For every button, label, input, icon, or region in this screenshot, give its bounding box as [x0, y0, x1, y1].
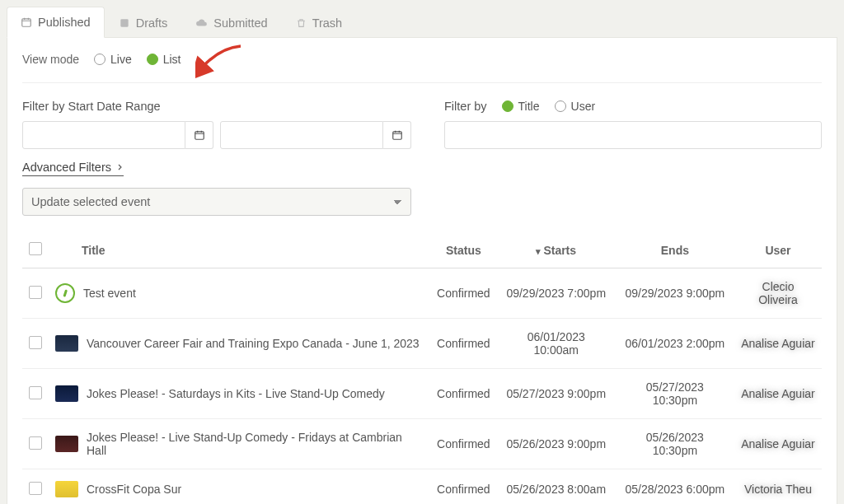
bulk-action-select[interactable]: Update selected event	[22, 188, 411, 216]
event-status: Confirmed	[430, 268, 497, 319]
event-status: Confirmed	[430, 369, 497, 419]
event-user: Analise Aguiar	[734, 419, 822, 469]
date-range-label: Filter by Start Date Range	[22, 100, 411, 113]
radio-label: Title	[518, 100, 540, 113]
table-row[interactable]: Jokes Please! - Saturdays in Kits - Live…	[22, 369, 822, 419]
event-starts: 05/27/2023 9:00pm	[497, 369, 616, 419]
col-status[interactable]: Status	[430, 232, 497, 268]
tab-submitted[interactable]: Submitted	[181, 7, 281, 38]
event-starts: 09/29/2023 7:00pm	[497, 268, 616, 319]
table-row[interactable]: Vancouver Career Fair and Training Expo …	[22, 319, 822, 369]
radio-label: User	[571, 100, 596, 113]
tab-published[interactable]: Published	[7, 7, 105, 38]
date-to-input[interactable]	[220, 121, 383, 149]
tab-label: Drafts	[136, 16, 168, 30]
edit-icon	[119, 17, 130, 29]
filter-by-user[interactable]: User	[555, 100, 596, 113]
event-thumbnail	[55, 335, 78, 352]
col-title[interactable]: Title	[49, 232, 430, 268]
annotation-arrow	[195, 43, 245, 79]
event-status: Confirmed	[430, 469, 497, 505]
tab-label: Trash	[312, 16, 343, 30]
event-title: Vancouver Career Fair and Training Expo …	[87, 337, 420, 350]
select-all-checkbox[interactable]	[29, 242, 42, 255]
radio-icon	[94, 54, 106, 65]
filter-by-title[interactable]: Title	[502, 100, 540, 113]
radio-icon	[555, 100, 566, 112]
row-checkbox[interactable]	[29, 482, 42, 495]
view-mode-label: View mode	[22, 53, 79, 66]
row-checkbox[interactable]	[29, 436, 42, 450]
calendar-icon	[21, 16, 32, 28]
event-thumbnail	[55, 436, 78, 452]
svg-rect-2	[195, 132, 204, 139]
event-title: Test event	[83, 287, 136, 300]
event-user: Victoria Theu	[734, 469, 822, 505]
event-title: Jokes Please! - Live Stand-Up Comedy - F…	[87, 431, 424, 457]
table-row[interactable]: Test eventConfirmed09/29/2023 7:00pm09/2…	[22, 268, 822, 319]
calendar-icon[interactable]	[185, 121, 213, 149]
chevron-right-icon	[116, 161, 124, 174]
event-thumbnail	[55, 385, 78, 402]
event-ends: 05/28/2023 6:00pm	[616, 469, 734, 505]
cloud-icon	[195, 17, 208, 29]
svg-rect-1	[120, 19, 128, 26]
tab-drafts[interactable]: Drafts	[105, 7, 182, 38]
event-title: CrossFit Copa Sur	[87, 483, 181, 496]
event-thumbnail	[55, 283, 75, 303]
events-table: Title Status ▾Starts Ends User Test even…	[22, 232, 822, 504]
search-input[interactable]	[444, 121, 822, 149]
event-ends: 09/29/2023 9:00pm	[616, 268, 734, 319]
tab-label: Submitted	[213, 16, 267, 30]
advanced-filters-toggle[interactable]: Advanced Filters	[22, 161, 124, 176]
view-mode-list[interactable]: List	[147, 53, 181, 66]
event-user: Analise Aguiar	[734, 319, 822, 369]
col-starts[interactable]: ▾Starts	[497, 232, 616, 268]
svg-rect-3	[392, 132, 401, 139]
event-starts: 06/01/2023 10:00am	[497, 319, 616, 369]
tab-label: Published	[38, 16, 91, 29]
svg-rect-0	[22, 19, 31, 26]
event-thumbnail	[55, 481, 78, 497]
table-row[interactable]: CrossFit Copa SurConfirmed05/26/2023 8:0…	[22, 469, 822, 505]
advanced-filters-label: Advanced Filters	[22, 161, 111, 174]
event-user: Clecio Oliveira	[734, 268, 822, 319]
view-mode-live[interactable]: Live	[94, 53, 132, 66]
radio-icon	[147, 54, 158, 65]
radio-icon	[502, 100, 513, 112]
calendar-icon[interactable]	[383, 121, 411, 149]
event-starts: 05/26/2023 8:00am	[497, 469, 616, 505]
event-user: Analise Aguiar	[734, 369, 822, 419]
filter-by-label: Filter by	[444, 100, 487, 113]
event-ends: 05/27/2023 10:30pm	[616, 369, 734, 419]
trash-icon	[296, 17, 307, 29]
event-ends: 05/26/2023 10:30pm	[616, 419, 734, 469]
radio-label: List	[163, 53, 181, 66]
tab-trash[interactable]: Trash	[282, 7, 357, 38]
row-checkbox[interactable]	[29, 286, 42, 299]
col-ends[interactable]: Ends	[616, 232, 734, 268]
col-user[interactable]: User	[734, 232, 822, 268]
row-checkbox[interactable]	[29, 386, 42, 399]
radio-label: Live	[110, 53, 132, 66]
event-status: Confirmed	[430, 319, 497, 369]
event-title: Jokes Please! - Saturdays in Kits - Live…	[87, 387, 385, 400]
status-tabs: Published Drafts Submitted Trash	[7, 7, 837, 38]
sort-desc-icon: ▾	[536, 246, 541, 256]
row-checkbox[interactable]	[29, 336, 42, 349]
date-from-input[interactable]	[22, 121, 185, 149]
event-ends: 06/01/2023 2:00pm	[616, 319, 734, 369]
table-row[interactable]: Jokes Please! - Live Stand-Up Comedy - F…	[22, 419, 822, 469]
event-starts: 05/26/2023 9:00pm	[497, 419, 616, 469]
event-status: Confirmed	[430, 419, 497, 469]
